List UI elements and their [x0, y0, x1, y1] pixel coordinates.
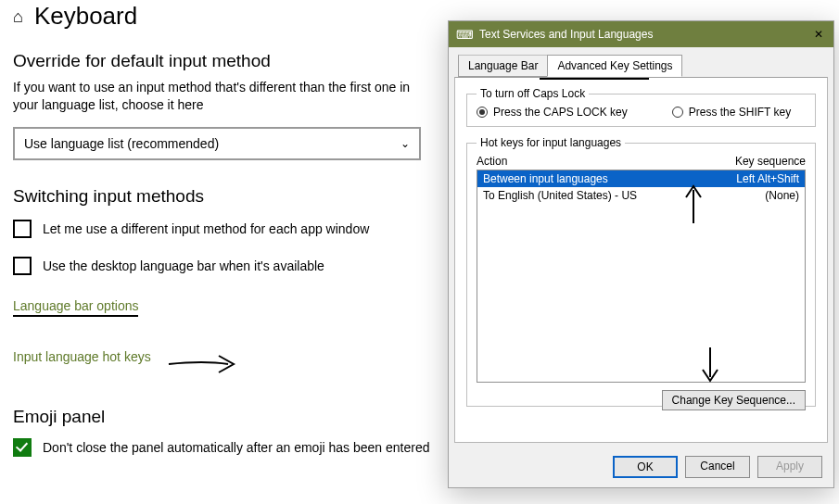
- caps-lock-group: To turn off Caps Lock Press the CAPS LOC…: [466, 87, 816, 127]
- change-key-sequence-button[interactable]: Change Key Sequence...: [662, 390, 806, 410]
- emoji-panel-checkbox[interactable]: [13, 438, 32, 457]
- language-bar-options-link[interactable]: Language bar options: [13, 298, 138, 317]
- hotkey-row[interactable]: To English (United States) - US (None): [477, 187, 805, 204]
- radio-caps-lock-label: Press the CAPS LOCK key: [493, 106, 628, 119]
- radio-shift[interactable]: [672, 107, 683, 118]
- desktop-language-bar-label: Use the desktop language bar when it's a…: [43, 258, 324, 273]
- close-icon[interactable]: ✕: [811, 28, 826, 41]
- caps-lock-legend: To turn off Caps Lock: [477, 87, 589, 100]
- col-key-sequence: Key sequence: [735, 155, 806, 168]
- ok-button[interactable]: OK: [613, 456, 678, 478]
- override-description: If you want to use an input method that'…: [13, 79, 421, 114]
- per-window-checkbox[interactable]: [13, 220, 32, 238]
- hotkey-action: To English (United States) - US: [483, 189, 637, 202]
- radio-caps-lock[interactable]: [477, 107, 488, 118]
- hotkey-action: Between input languages: [483, 172, 608, 185]
- annotation-tab-underline: [540, 78, 649, 80]
- hotkey-sequence: (None): [765, 189, 799, 202]
- page-title: Keyboard: [34, 2, 137, 31]
- hotkeys-group: Hot keys for input languages Action Key …: [466, 136, 816, 407]
- default-input-method-dropdown[interactable]: Use language list (recommended) ⌄: [13, 127, 421, 160]
- hotkeys-list[interactable]: Between input languages Left Alt+Shift T…: [477, 170, 806, 383]
- tab-language-bar[interactable]: Language Bar: [458, 55, 548, 77]
- hotkey-row[interactable]: Between input languages Left Alt+Shift: [477, 170, 805, 187]
- chevron-down-icon: ⌄: [400, 137, 410, 150]
- desktop-language-bar-checkbox[interactable]: [13, 257, 32, 275]
- emoji-panel-label: Don't close the panel automatically afte…: [43, 440, 429, 455]
- radio-shift-label: Press the SHIFT key: [689, 106, 791, 119]
- tab-advanced-key-settings[interactable]: Advanced Key Settings: [547, 55, 682, 77]
- input-language-hotkeys-link[interactable]: Input language hot keys: [13, 349, 151, 364]
- annotation-arrow-right: [167, 352, 241, 376]
- annotation-arrow-down: [699, 346, 721, 383]
- hotkeys-legend: Hot keys for input languages: [477, 136, 625, 149]
- cancel-button[interactable]: Cancel: [685, 456, 750, 478]
- per-window-label: Let me use a different input method for …: [43, 221, 369, 236]
- apply-button[interactable]: Apply: [757, 456, 822, 478]
- hotkey-sequence: Left Alt+Shift: [736, 172, 799, 185]
- home-icon[interactable]: ⌂: [13, 8, 23, 25]
- dropdown-value: Use language list (recommended): [24, 136, 219, 151]
- dialog-title: Text Services and Input Languages: [479, 28, 811, 41]
- text-services-dialog: ⌨ Text Services and Input Languages ✕ La…: [448, 20, 834, 488]
- annotation-arrow-up: [682, 184, 705, 225]
- col-action: Action: [477, 155, 507, 168]
- keyboard-icon: ⌨: [456, 28, 474, 42]
